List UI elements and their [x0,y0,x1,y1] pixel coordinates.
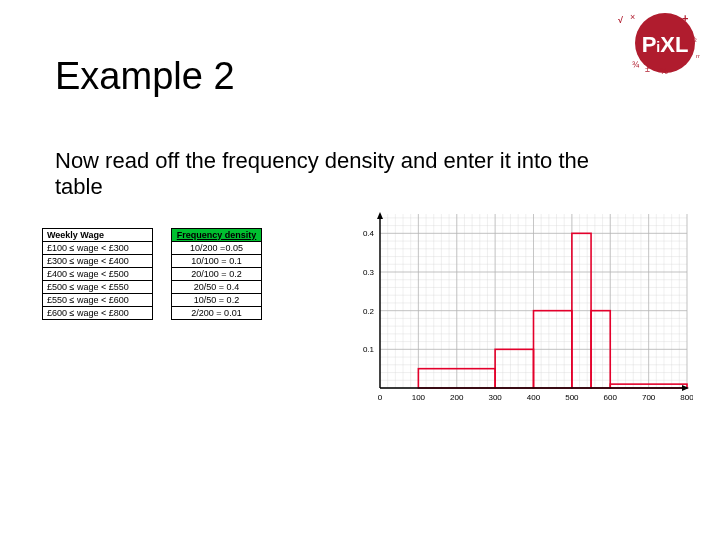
table-row: 10/200 =0.05 [172,242,262,255]
table-row: 20/100 = 0.2 [172,268,262,281]
svg-text:0.3: 0.3 [363,268,375,277]
svg-text:±: ± [645,64,650,74]
table-row: 10/100 = 0.1 [172,255,262,268]
frequency-density-table: Frequency density 10/200 =0.05 10/100 = … [171,228,262,320]
table-row: £400 ≤ wage < £500 [43,268,153,281]
svg-text:¾: ¾ [632,60,640,70]
svg-marker-96 [377,212,383,219]
table-row: 10/50 = 0.2 [172,294,262,307]
weekly-wage-table: Weekly Wage £100 ≤ wage < £300 £300 ≤ wa… [42,228,153,320]
pixl-logo: √ × + ½ ¾ ± % PiXL maths [610,8,700,78]
svg-text:700: 700 [642,393,656,402]
svg-text:600: 600 [604,393,618,402]
svg-text:maths: maths [696,53,700,59]
svg-text:0.4: 0.4 [363,229,375,238]
svg-rect-89 [495,349,533,388]
svg-text:+: + [682,12,688,24]
table-row: £100 ≤ wage < £300 [43,242,153,255]
table-row: 20/50 = 0.4 [172,281,262,294]
svg-text:100: 100 [412,393,426,402]
svg-text:×: × [630,12,635,22]
slide-title: Example 2 [55,55,235,98]
svg-text:200: 200 [450,393,464,402]
svg-text:0: 0 [378,393,383,402]
table-row: £500 ≤ wage < £550 [43,281,153,294]
svg-text:500: 500 [565,393,579,402]
table-row: £550 ≤ wage < £600 [43,294,153,307]
table-row: 2/200 = 0.01 [172,307,262,320]
svg-text:800: 800 [680,393,693,402]
table-row: £300 ≤ wage < £400 [43,255,153,268]
svg-text:0.2: 0.2 [363,307,375,316]
svg-text:√: √ [618,15,623,25]
svg-text:PiXL: PiXL [642,32,689,57]
wage-header: Weekly Wage [43,229,153,242]
svg-text:400: 400 [527,393,541,402]
svg-marker-97 [682,385,689,391]
svg-text:300: 300 [488,393,502,402]
svg-text:%: % [660,66,668,76]
tables-container: Weekly Wage £100 ≤ wage < £300 £300 ≤ wa… [42,228,262,320]
table-row: £600 ≤ wage < £800 [43,307,153,320]
svg-text:½: ½ [690,35,697,44]
histogram-chart: 01002003004005006007008000.10.20.30.4 [348,208,693,408]
fd-header: Frequency density [172,229,262,242]
slide-subtitle: Now read off the frequency density and e… [55,148,615,201]
svg-text:0.1: 0.1 [363,345,375,354]
